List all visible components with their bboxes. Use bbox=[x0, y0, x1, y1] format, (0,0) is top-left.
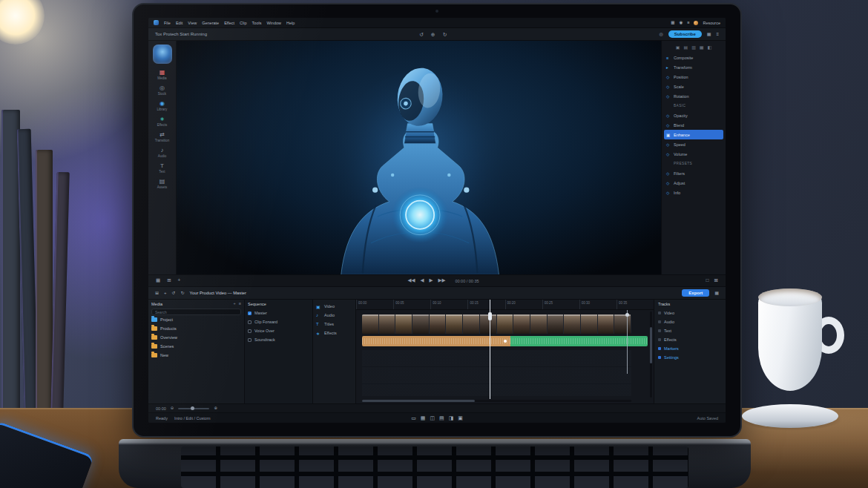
property-row[interactable]: ◇Speed bbox=[664, 139, 723, 149]
view-mode-icon[interactable]: ▭ bbox=[411, 415, 416, 421]
next-icon[interactable]: ▶▶ bbox=[438, 278, 445, 283]
fullscreen-icon[interactable]: ⊠ bbox=[714, 278, 718, 283]
rail-item-audio[interactable]: ♪ Audio bbox=[148, 146, 176, 159]
menu-item-window[interactable]: Window bbox=[266, 21, 281, 25]
sequence-item[interactable]: Clip Forward bbox=[248, 317, 309, 326]
track-type-item[interactable]: TTitles bbox=[316, 320, 352, 329]
rail-item-library[interactable]: ◉ Library bbox=[148, 99, 176, 113]
sequence-item[interactable]: Soundtrack bbox=[248, 335, 309, 344]
property-row[interactable]: ▸Transform bbox=[664, 62, 723, 72]
option-row[interactable]: Effects bbox=[658, 335, 722, 344]
vertical-scrollbar[interactable] bbox=[650, 311, 652, 398]
property-row[interactable]: ◇Adjust bbox=[664, 178, 723, 188]
undo-icon[interactable]: ↺ bbox=[419, 32, 424, 37]
overflow-icon[interactable]: ≡ bbox=[716, 32, 719, 36]
media-item[interactable]: New bbox=[151, 351, 241, 360]
full-view-icon[interactable]: ▣ bbox=[458, 415, 463, 421]
sequence-item[interactable]: ✓Master bbox=[248, 309, 309, 317]
zoom-out-icon[interactable]: ⊖ bbox=[171, 406, 174, 411]
rail-item-transition[interactable]: ⇄ Transition bbox=[148, 131, 176, 144]
track-type-item[interactable]: ▣Video bbox=[316, 302, 352, 311]
checkbox[interactable] bbox=[248, 329, 251, 333]
tab-icon-1[interactable]: ▣ bbox=[676, 44, 680, 50]
option-row[interactable]: Audio bbox=[658, 317, 722, 326]
zoom-in-icon[interactable]: ⊕ bbox=[214, 406, 217, 411]
vertical-scrollbar-thumb[interactable] bbox=[650, 327, 652, 363]
tab-icon-3[interactable]: ▥ bbox=[691, 44, 696, 50]
menu-item-generate[interactable]: Generate bbox=[202, 21, 219, 25]
zoom-slider[interactable] bbox=[178, 408, 209, 409]
timeline-tracks[interactable]: 00:00 00:05 00:10 00:15 00:20 00:25 00:3… bbox=[356, 300, 654, 403]
option-row[interactable]: Text bbox=[658, 326, 722, 335]
export-button[interactable]: Export bbox=[682, 289, 709, 297]
menu-item-clip[interactable]: Clip bbox=[240, 21, 246, 25]
menu-item-help[interactable]: Help bbox=[286, 21, 295, 25]
property-row[interactable]: ◇Filters bbox=[664, 168, 723, 178]
video-track-clip[interactable] bbox=[362, 314, 631, 334]
property-row-selected[interactable]: ▣Enhance bbox=[664, 130, 723, 139]
horizontal-scrollbar[interactable] bbox=[362, 400, 631, 402]
audio-clip-voice[interactable] bbox=[362, 336, 510, 346]
panel-icon[interactable]: ▦ bbox=[156, 278, 160, 283]
fit-icon[interactable]: □ bbox=[706, 278, 709, 283]
avatar[interactable] bbox=[694, 21, 698, 25]
property-row[interactable]: ◇Scale bbox=[664, 82, 723, 91]
playhead[interactable] bbox=[490, 300, 490, 399]
clip-split-handle[interactable] bbox=[504, 340, 507, 343]
checkbox-checked[interactable]: ✓ bbox=[248, 311, 251, 315]
half-view-icon[interactable]: ◨ bbox=[449, 415, 454, 421]
property-row[interactable]: ◇Blend bbox=[664, 120, 723, 130]
media-search-input[interactable] bbox=[151, 309, 241, 315]
rail-item-stock[interactable]: ◎ Stock bbox=[148, 84, 176, 97]
horizontal-scrollbar-thumb[interactable] bbox=[362, 400, 475, 402]
menu-item-view[interactable]: View bbox=[188, 21, 197, 25]
snap-icon[interactable]: ⊞ bbox=[167, 278, 171, 283]
track-type-item[interactable]: ∗Effects bbox=[316, 329, 352, 337]
sequence-item[interactable]: Voice Over bbox=[248, 326, 309, 335]
media-item[interactable]: Overview bbox=[151, 333, 241, 342]
time-ruler[interactable]: 00:00 00:05 00:10 00:15 00:20 00:25 00:3… bbox=[356, 300, 654, 310]
more-icon[interactable]: ≡ bbox=[687, 21, 689, 25]
subscribe-button[interactable]: Subscribe bbox=[668, 30, 702, 38]
panel-toggle-icon[interactable]: ▦ bbox=[714, 291, 719, 295]
property-row[interactable]: ◇Position bbox=[664, 72, 723, 82]
menu-item-tools[interactable]: Tools bbox=[252, 21, 262, 25]
tab-icon-5[interactable]: ◧ bbox=[708, 44, 712, 50]
step-back-icon[interactable]: ◀ bbox=[420, 278, 424, 283]
add-media-icon[interactable]: + bbox=[234, 302, 236, 306]
app-logo[interactable] bbox=[153, 44, 172, 64]
prev-icon[interactable]: ◀◀ bbox=[407, 278, 415, 283]
play-icon[interactable]: ▶ bbox=[429, 278, 433, 283]
checkbox[interactable] bbox=[248, 320, 251, 324]
property-row[interactable]: ◇Rotation bbox=[664, 91, 723, 101]
video-preview[interactable] bbox=[177, 41, 661, 274]
rail-item-effects[interactable]: ∗ Effects bbox=[148, 115, 176, 128]
bin-menu-icon[interactable]: ≡ bbox=[239, 302, 241, 306]
layout-icon[interactable]: ▦ bbox=[671, 21, 674, 25]
zoom-slider-handle[interactable] bbox=[191, 406, 194, 410]
add-track-icon[interactable]: + bbox=[164, 291, 167, 295]
option-row[interactable]: Video bbox=[658, 309, 722, 317]
redo-icon[interactable]: ↻ bbox=[443, 32, 447, 37]
rail-item-media[interactable]: ▦ Media bbox=[148, 68, 176, 82]
grid-view-icon[interactable]: ▦ bbox=[421, 415, 426, 421]
track-type-item[interactable]: ♪Audio bbox=[316, 311, 352, 320]
media-item[interactable]: Project bbox=[151, 315, 241, 324]
mode-label[interactable]: Intro / Edit / Custom bbox=[174, 416, 211, 421]
add-clip-icon[interactable]: + bbox=[178, 278, 181, 283]
menu-item-edit[interactable]: Edit bbox=[176, 21, 183, 25]
tab-icon-4[interactable]: ▦ bbox=[700, 44, 704, 50]
rail-item-assets[interactable]: ▤ Assets bbox=[148, 177, 176, 191]
media-item[interactable]: Scenes bbox=[151, 342, 241, 351]
edit-marker[interactable] bbox=[627, 310, 628, 374]
property-row[interactable]: ◇Volume bbox=[664, 149, 723, 159]
layout-icon[interactable]: ⊞ bbox=[155, 291, 159, 295]
menu-item-effect[interactable]: Effect bbox=[224, 21, 234, 25]
checkbox[interactable] bbox=[248, 338, 251, 342]
list-view-icon[interactable]: ▤ bbox=[439, 415, 444, 421]
property-row[interactable]: ≡Composite bbox=[664, 53, 723, 62]
redo-icon[interactable]: ↻ bbox=[181, 291, 185, 295]
tab-icon-2[interactable]: ▤ bbox=[683, 44, 688, 50]
split-view-icon[interactable]: ◫ bbox=[430, 415, 435, 421]
playhead-handle[interactable] bbox=[488, 312, 492, 320]
